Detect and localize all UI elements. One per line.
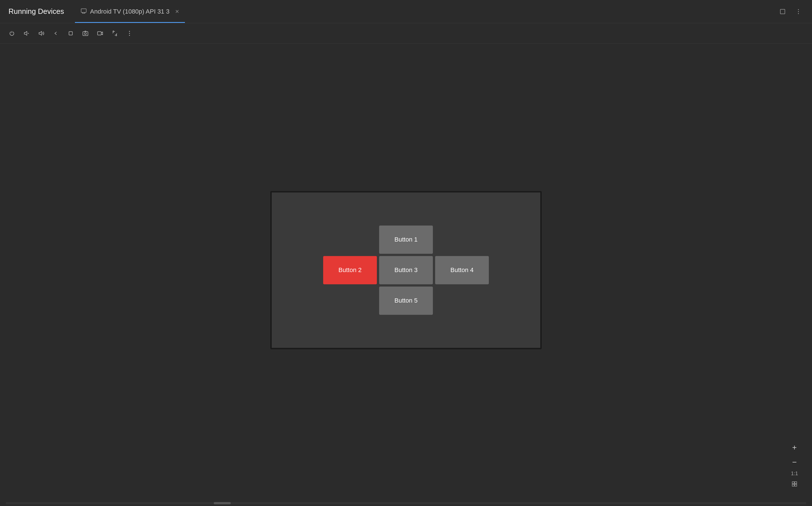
back-button[interactable]	[50, 27, 62, 39]
scroll-area	[0, 500, 812, 506]
app-title: Running Devices	[0, 0, 73, 23]
svg-rect-19	[795, 482, 797, 484]
svg-rect-11	[69, 32, 72, 35]
emulator-button-1[interactable]: Button 1	[379, 226, 433, 254]
svg-point-7	[798, 13, 799, 14]
button-grid: Button 1 Button 2 Button 3 Button 4 Butt…	[323, 226, 489, 315]
svg-point-15	[129, 31, 130, 32]
scroll-thumb[interactable]	[214, 502, 231, 504]
power-button[interactable]	[6, 27, 18, 39]
emulator-screen: Button 1 Button 2 Button 3 Button 4 Butt…	[270, 191, 542, 349]
svg-rect-14	[97, 32, 101, 35]
tv-icon	[81, 8, 87, 15]
svg-rect-20	[792, 484, 794, 486]
tab-label: Android TV (1080p) API 31 3	[90, 8, 170, 15]
screenshot-button[interactable]	[79, 27, 92, 39]
more-options-button[interactable]	[123, 27, 136, 39]
emulator-button-3[interactable]: Button 3	[379, 256, 433, 284]
svg-point-6	[798, 11, 799, 12]
rotate-button[interactable]	[108, 27, 121, 39]
toolbar	[0, 23, 812, 44]
svg-rect-12	[83, 32, 88, 35]
zoom-out-button[interactable]: −	[788, 456, 801, 469]
more-vert-icon[interactable]	[793, 6, 804, 17]
title-section: Running Devices Android TV (1080p) API 3…	[0, 0, 187, 23]
maximize-icon[interactable]	[778, 6, 788, 17]
svg-rect-0	[81, 9, 86, 12]
device-tab[interactable]: Android TV (1080p) API 31 3 ✕	[75, 0, 185, 23]
emulator-button-5[interactable]: Button 5	[379, 286, 433, 315]
stop-button[interactable]	[65, 27, 77, 39]
emulator-button-4[interactable]: Button 4	[435, 256, 489, 284]
svg-line-9	[28, 33, 29, 33]
screen-record-button[interactable]	[94, 27, 106, 39]
title-bar-right	[778, 6, 812, 17]
main-content: Button 1 Button 2 Button 3 Button 4 Butt…	[0, 44, 812, 506]
svg-point-13	[84, 32, 86, 34]
zoom-controls: + − 1:1	[788, 441, 801, 489]
emulator-button-2[interactable]: Button 2	[323, 256, 377, 284]
svg-point-5	[798, 9, 799, 10]
svg-point-17	[129, 35, 130, 35]
svg-rect-21	[795, 484, 797, 486]
svg-marker-8	[24, 31, 27, 35]
zoom-level-label: 1:1	[791, 471, 798, 477]
svg-rect-4	[780, 9, 785, 14]
tab-area: Android TV (1080p) API 31 3 ✕	[73, 0, 188, 23]
svg-rect-18	[792, 482, 794, 484]
zoom-in-button[interactable]: +	[788, 441, 801, 454]
fit-screen-button[interactable]	[789, 479, 800, 489]
tab-close-button[interactable]: ✕	[175, 8, 179, 15]
svg-point-16	[129, 33, 130, 33]
volume-down-button[interactable]	[20, 27, 33, 39]
volume-up-button[interactable]	[35, 27, 48, 39]
horizontal-scrollbar[interactable]	[6, 502, 806, 504]
svg-marker-10	[39, 31, 42, 35]
title-bar: Running Devices Android TV (1080p) API 3…	[0, 0, 812, 23]
